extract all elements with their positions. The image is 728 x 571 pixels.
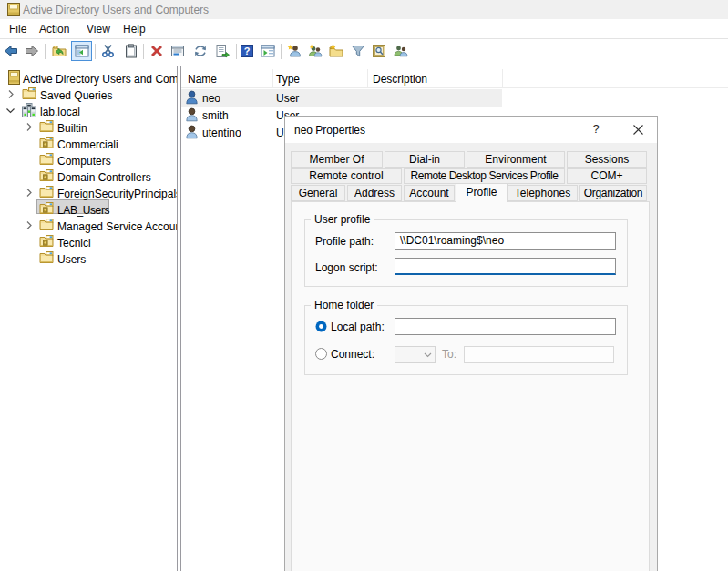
- svg-text:?: ?: [244, 46, 251, 56]
